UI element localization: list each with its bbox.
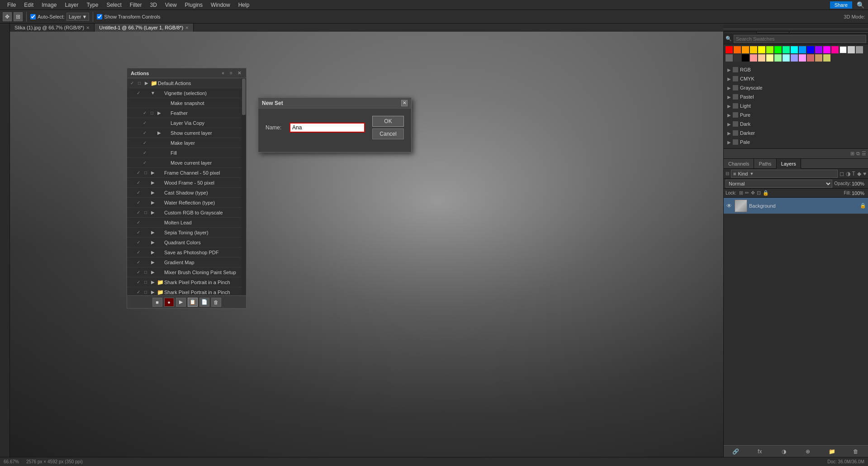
transform-checkbox[interactable] [97,14,102,19]
swatch[interactable] [750,46,757,53]
swatch[interactable] [815,54,822,62]
swatch[interactable] [856,46,863,53]
actions-scroll-thumb[interactable] [242,79,246,115]
swatch-group-dark[interactable]: ▶ Dark [726,119,866,128]
swatch[interactable] [766,54,773,62]
swatch[interactable] [726,46,733,53]
swatch-group-light[interactable]: ▶ Light [726,101,866,110]
action-fill[interactable]: ✓ Fill [127,148,246,158]
menu-type[interactable]: Type [83,1,102,9]
action-show-current-layer[interactable]: ✓ ▶ Show current layer [127,128,246,138]
swatch-group-rgb[interactable]: ▶ RGB [726,65,866,74]
swatch[interactable] [791,46,798,53]
stop-btn[interactable]: ■ [152,298,162,307]
swatch[interactable] [815,46,822,53]
dialog-cancel-button[interactable]: Cancel [372,128,404,139]
move-tool-icon[interactable]: ✥ [3,12,12,21]
action-layer-via-copy[interactable]: ✓ Layer Via Copy [127,118,246,128]
menu-file[interactable]: File [4,1,19,9]
delete-layer-btn[interactable]: 🗑 [851,447,861,456]
action-custom-rgb[interactable]: ✓ □ ▶ Custom RGB to Grayscale [127,208,246,218]
fill-value[interactable]: 100% [852,190,866,196]
swatch-group-pure[interactable]: ▶ Pure [726,110,866,119]
actions-scrollbar[interactable] [242,78,246,295]
swatch[interactable] [840,46,847,53]
swatch[interactable] [848,46,855,53]
action-water-reflection[interactable]: ✓ ▶ Water Reflection (type) [127,198,246,208]
opacity-value[interactable]: 100% [852,181,866,186]
auto-select-dropdown[interactable]: Layer▼ [66,13,89,21]
panel-menu[interactable]: ≡ [228,71,234,76]
swatch[interactable] [758,54,765,62]
tab-layers[interactable]: Layers [777,159,801,169]
lock-artboard-icon[interactable]: ⊡ [757,190,761,196]
action-frame-channel[interactable]: ✓ □ ▶ Frame Channel - 50 pixel [127,168,246,178]
swatch[interactable] [823,46,830,53]
kind-pixel-icon[interactable]: ◻ [840,171,844,177]
kind-adjust-icon[interactable]: ◑ [846,171,850,177]
tab-channels[interactable]: Channels [724,159,754,169]
menu-help[interactable]: Help [235,1,253,9]
swatch[interactable] [750,54,757,62]
dialog-ok-button[interactable]: OK [372,116,404,127]
kind-type-icon[interactable]: T [852,171,855,177]
swatch[interactable] [831,46,839,53]
dialog-close-button[interactable]: ✕ [401,100,408,106]
swatch[interactable] [734,54,741,62]
swatch[interactable] [807,46,814,53]
swatch[interactable] [758,46,765,53]
action-feather[interactable]: ✓ □ ▶ Feather [127,108,246,118]
swatch[interactable] [807,54,814,62]
auto-select-checkbox[interactable] [30,14,36,19]
action-mixer-brush[interactable]: ✓ □ ▶ Mixer Brush Cloning Paint Setup [127,267,246,277]
menu-select[interactable]: Select [103,1,125,9]
action-gradient-map[interactable]: ✓ ▶ Gradient Map [127,257,246,267]
tab-paths[interactable]: Paths [754,159,776,169]
swatch-group-grayscale[interactable]: ▶ Grayscale [726,83,866,92]
action-molten-lead[interactable]: ✓ Molten Lead [127,218,246,228]
swatch[interactable] [742,54,749,62]
swatch[interactable] [783,46,790,53]
swatch[interactable] [726,54,733,62]
swatch[interactable] [774,54,782,62]
layers-kind-select[interactable]: ≡ Kind ▼ [731,170,838,178]
kind-shape-icon[interactable]: ◆ [857,171,861,177]
tab-untitled-close[interactable]: ✕ [185,25,189,30]
action-sepia-toning[interactable]: ✓ ▶ Sepia Toning (layer) [127,228,246,238]
swatch[interactable] [799,54,806,62]
menu-image[interactable]: Image [38,1,60,9]
swatch-group-cmyk[interactable]: ▶ CMYK [726,74,866,83]
record-btn[interactable]: ● [164,298,174,307]
dialog-name-input[interactable] [289,123,365,133]
action-wood-frame[interactable]: ✓ ▶ Wood Frame - 50 pixel [127,178,246,188]
menu-filter[interactable]: Filter [126,1,146,9]
action-cast-shadow[interactable]: ✓ ▶ Cast Shadow (type) [127,188,246,198]
lock-pixels-icon[interactable]: ✏ [745,190,749,196]
action-vignette[interactable]: ✓ ▼ Vignette (selection) [127,88,246,98]
lock-transparent-icon[interactable]: ⊞ [739,190,743,196]
swatch[interactable] [823,54,830,62]
menu-window[interactable]: Window [207,1,234,9]
action-move-current-layer[interactable]: ✓ Move current layer [127,158,246,168]
new-action-btn[interactable]: 📄 [199,298,209,307]
add-mask-btn[interactable]: ◑ [779,447,789,456]
share-button[interactable]: Share [830,1,852,9]
kind-smart-icon[interactable]: ♥ [863,171,866,177]
swatch-group-darker[interactable]: ▶ Darker [726,128,866,138]
layer-background[interactable]: 👁 Background 🔒 [724,198,868,214]
action-quadrant[interactable]: ✓ ▶ Quadrant Colors [127,238,246,247]
swatch[interactable] [734,46,741,53]
lock-all-icon[interactable]: 🔒 [763,190,769,196]
swatches-search-input[interactable] [734,35,866,43]
swatch-group-pale[interactable]: ▶ Pale [726,138,866,147]
action-make-snapshot[interactable]: Make snapshot [127,98,246,108]
swatch[interactable] [766,46,773,53]
search-icon[interactable]: 🔍 [857,1,864,9]
swatch[interactable] [791,54,798,62]
action-shark2[interactable]: ✓ □ ▶ 📁 Shark Pixel Portrait in a Pinch [127,287,246,295]
add-style-btn[interactable]: fx [755,447,765,456]
menu-view[interactable]: View [161,1,180,9]
menu-plugins[interactable]: Plugins [181,1,206,9]
tab-untitled[interactable]: Untitled-1 @ 66.7% (Layer 1, RGB/8*) ✕ [95,24,194,32]
panel-close[interactable]: ✕ [236,71,242,76]
